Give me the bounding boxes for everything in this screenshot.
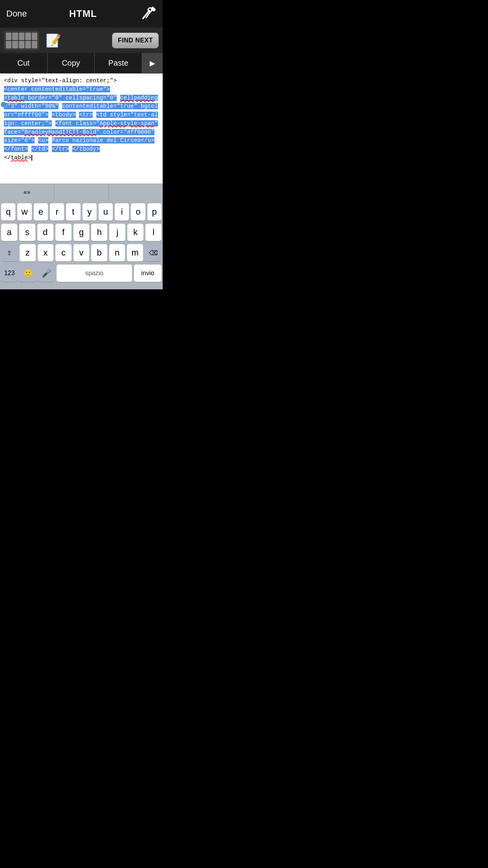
key-k[interactable]: k: [127, 224, 143, 241]
key-i[interactable]: i: [115, 203, 129, 221]
cut-button[interactable]: Cut: [0, 53, 48, 73]
code-line: <font class="Apple-style-span": [55, 120, 158, 127]
key-v[interactable]: v: [73, 244, 90, 261]
key-r[interactable]: r: [50, 203, 64, 221]
find-next-button[interactable]: FIND NEXT: [112, 33, 159, 48]
edit-menu: Cut Copy Paste ▶: [0, 53, 163, 74]
page-title: HTML: [69, 8, 97, 19]
code-line: face="BradleyHandITCTT-Bold" color="#ff0…: [4, 129, 154, 135]
code-line: <div style="text-align: center;">: [4, 77, 159, 85]
grid-icon[interactable]: [4, 31, 39, 50]
code-line: <tbody>: [52, 112, 76, 118]
brackets-button[interactable]: «»: [0, 184, 54, 200]
key-y[interactable]: y: [83, 203, 97, 221]
space-key[interactable]: spazio: [57, 265, 132, 282]
brackets-label: «»: [24, 189, 31, 196]
return-key[interactable]: invio: [134, 265, 161, 282]
key-x[interactable]: x: [38, 244, 54, 261]
bottom-bar: [0, 287, 163, 289]
keyboard-row-3: ⇧ z x c v b n m ⌫: [1, 244, 161, 261]
key-u[interactable]: u: [99, 203, 113, 221]
keyboard-row-4: 123 🙂 🎤 spazio invio: [1, 265, 161, 282]
key-w[interactable]: w: [17, 203, 31, 221]
code-line: size="6">: [4, 137, 35, 143]
code-line: Parco nazionale del Circeo</u>: [52, 137, 154, 143]
key-b[interactable]: b: [91, 244, 107, 261]
keyboard-row-1: q w e r t y u i o p: [1, 203, 161, 221]
code-line: </td>: [31, 146, 49, 152]
mic-key[interactable]: 🎤: [38, 265, 55, 282]
shift-key[interactable]: ⇧: [1, 244, 18, 261]
key-f[interactable]: f: [55, 224, 72, 241]
tools-button[interactable]: [139, 5, 156, 22]
paste-button[interactable]: Paste: [95, 53, 142, 73]
code-line: <u>: [38, 137, 48, 143]
key-m[interactable]: m: [127, 244, 143, 261]
key-p[interactable]: p: [147, 203, 161, 221]
key-n[interactable]: n: [109, 244, 125, 261]
done-button[interactable]: Done: [6, 9, 27, 19]
key-s[interactable]: s: [19, 224, 35, 241]
code-line: </tr>: [52, 146, 69, 152]
keyboard-row-2: a s d f g h j k l: [1, 224, 161, 241]
backspace-key[interactable]: ⌫: [145, 244, 161, 261]
special-toolbar: «»: [0, 184, 163, 200]
code-line: <center contenteditable="true">: [4, 85, 159, 94]
key-q[interactable]: q: [1, 203, 15, 221]
code-line: </tbody>: [72, 146, 100, 152]
code-line: </font>: [4, 146, 28, 152]
keyboard: q w e r t y u i o p a s d f g h j k l ⇧ …: [0, 200, 163, 287]
special-btn-3[interactable]: [109, 184, 163, 200]
key-l[interactable]: l: [145, 224, 161, 241]
code-editor[interactable]: <div style="text-align: center;"> <cente…: [0, 74, 163, 184]
code-line: <tr>: [79, 112, 93, 118]
pencil-icon: 📝: [46, 33, 61, 48]
key-o[interactable]: o: [131, 203, 145, 221]
key-c[interactable]: c: [55, 244, 72, 261]
key-d[interactable]: d: [37, 224, 53, 241]
num-key[interactable]: 123: [1, 265, 18, 282]
key-z[interactable]: z: [20, 244, 36, 261]
selection-handle: [1, 102, 6, 107]
key-t[interactable]: t: [66, 203, 80, 221]
code-line: </table>: [4, 154, 159, 162]
emoji-key[interactable]: 🙂: [20, 265, 36, 282]
toolbar: 📝 FIND NEXT: [0, 28, 163, 53]
header: Done HTML: [0, 0, 163, 28]
key-e[interactable]: e: [34, 203, 48, 221]
copy-button[interactable]: Copy: [48, 53, 95, 73]
key-g[interactable]: g: [73, 224, 90, 241]
key-j[interactable]: j: [109, 224, 125, 241]
special-btn-2[interactable]: [54, 184, 108, 200]
code-line: <table border="0" cellspacing="0": [4, 95, 117, 101]
key-a[interactable]: a: [1, 224, 17, 241]
key-h[interactable]: h: [91, 224, 107, 241]
more-button[interactable]: ▶: [142, 53, 163, 73]
